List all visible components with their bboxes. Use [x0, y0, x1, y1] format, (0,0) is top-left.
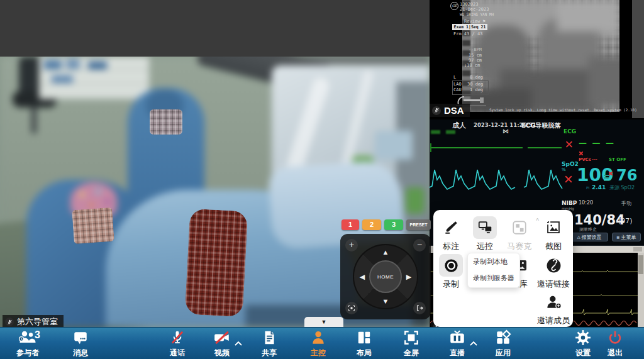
ecg-param-label: ECG	[564, 128, 576, 135]
screenshot-menu-item[interactable]: 截图	[536, 216, 570, 252]
dsa-angle-lao-label: LAO	[453, 82, 462, 87]
record-to-server-option[interactable]: 录制到服务器	[468, 270, 519, 286]
toolbar-fullscreen[interactable]: 全屏	[389, 329, 433, 358]
dsa-feed-tile[interactable]: GE 1302023 21-Dec-2023 WU SHING YAN MH R…	[430, 0, 644, 121]
dsa-feed-label: DSA	[430, 104, 470, 117]
toolbar-live-stream[interactable]: 直播	[435, 329, 479, 358]
supply-box	[44, 60, 62, 69]
pan-right-button[interactable]: ▶	[404, 272, 414, 281]
supply-box	[88, 62, 107, 69]
toolbar-layout[interactable]: 布局	[342, 329, 386, 358]
fullscreen-label: 全屏	[389, 348, 433, 358]
ptz-control-panel: 1 2 3 PRESET + − ▲ ▼ ◀ ▶ HOME	[340, 217, 432, 321]
dsa-label-text: DSA	[444, 105, 464, 116]
toolbar-apps[interactable]: 应用	[481, 329, 525, 358]
hr-alarm-off-x	[565, 140, 573, 148]
supply-cabinet	[39, 57, 149, 99]
blood-stain-mosaic	[185, 209, 248, 318]
camera-preset-3-button[interactable]: 3	[384, 219, 403, 230]
mosaic-menu-item-disabled[interactable]: 马赛克 ^	[502, 216, 536, 252]
record-submenu: 录制到本地 录制到服务器	[467, 253, 520, 288]
room-label: 第六导管室	[3, 315, 64, 327]
pan-left-button[interactable]: ◀	[357, 272, 367, 281]
window-button	[633, 247, 642, 251]
flag-icon: ⚑	[483, 19, 486, 24]
toolbar-exit[interactable]: 退出	[593, 329, 637, 358]
face-mosaic	[72, 207, 114, 244]
supply-box	[66, 59, 80, 69]
zoom-in-button[interactable]: +	[345, 239, 358, 251]
pvcs-alarm-off-x	[579, 151, 584, 156]
tools-popup-menu: 标注 远控 马赛克 ^ 截图	[433, 210, 573, 327]
record-to-local-option[interactable]: 录制到本地	[468, 253, 519, 270]
dsa-frame-counter: Frm 43 / 43	[453, 31, 482, 36]
pr-alarm-off-x	[608, 171, 613, 176]
apps-icon	[495, 329, 511, 346]
invite-link-menu-item[interactable]: 邀请链接	[536, 254, 570, 290]
toolbar-call-muted[interactable]: 通话	[155, 329, 199, 358]
annotate-menu-item[interactable]: 标注	[434, 216, 468, 252]
pan-down-button[interactable]: ▼	[380, 297, 391, 306]
chevron-up-icon[interactable]	[234, 341, 243, 346]
live-label: 直播	[435, 348, 479, 358]
layout-label: 布局	[342, 348, 386, 358]
dsa-date: 21-Dec-2023	[460, 7, 489, 12]
live-tv-icon	[448, 329, 466, 346]
dsa-id: 1302023	[460, 2, 479, 7]
camera-preset-save-button[interactable]: PRESET	[406, 219, 431, 230]
conference-app: 第六导管室 GE 1302023 21-Dec-2023	[0, 0, 644, 359]
iv-bag	[406, 187, 425, 214]
nibp-label: NIBP	[562, 200, 577, 206]
chevron-up-icon[interactable]	[469, 341, 478, 346]
video-label: 视频	[200, 348, 244, 358]
camera-preset-1-button[interactable]: 1	[341, 219, 359, 230]
fullscreen-icon	[403, 329, 419, 346]
spo2-source: 来源 SpO2	[609, 184, 635, 191]
camera-preset-2-button[interactable]: 2	[362, 219, 381, 230]
supply-box	[52, 75, 73, 83]
camera-home-button[interactable]: HOME	[369, 260, 402, 293]
zoom-out-button[interactable]: −	[413, 239, 426, 251]
toolbar-share[interactable]: 共享	[247, 329, 291, 358]
menu-icon: ■	[616, 235, 619, 240]
nibp-status: 测量终止	[579, 226, 597, 233]
message-label: 消息	[58, 348, 103, 358]
face-mosaic	[150, 109, 182, 135]
ptz-dpad: ▲ ▼ ◀ ▶ HOME	[353, 244, 418, 309]
record-menu-item[interactable]: 录制	[434, 254, 468, 290]
machine-screen	[375, 131, 413, 160]
toolbar-video-muted[interactable]: 视频	[200, 329, 244, 358]
record-label: 录制	[434, 279, 468, 290]
dsa-angle-l-label: L	[453, 75, 456, 80]
remote-control-menu-item[interactable]: 远控	[468, 216, 502, 252]
toolbar-collapse-handle[interactable]: ▼	[304, 317, 343, 327]
pvcs-label: PVCs	[579, 157, 591, 162]
pi-label: PI	[586, 185, 589, 190]
spo2-unit: %	[562, 167, 566, 172]
dsa-review-label: Review ⚑	[464, 19, 486, 24]
stool-post	[31, 107, 36, 133]
remote-control-label: 远控	[468, 241, 502, 252]
participants-label: 参与者	[6, 348, 50, 358]
pvcs-value: ---	[592, 157, 597, 162]
toolbar-master-control[interactable]: 主控	[296, 329, 340, 358]
dsa-angle-lao-value: 30 deg	[467, 82, 483, 87]
ptz-pad: + − ▲ ▼ ◀ ▶ HOME	[340, 234, 431, 319]
mic-muted-icon	[169, 329, 186, 346]
scrollbar-thumb	[638, 255, 643, 274]
toolbar-message[interactable]: 消息	[58, 329, 103, 358]
exit-power-icon	[607, 329, 623, 346]
focus-button[interactable]	[345, 302, 358, 314]
exit-control-button[interactable]	[413, 302, 426, 314]
nibp-value: 140/84	[574, 213, 625, 228]
dsa-patient-name: WU SHING YAN MH	[460, 12, 494, 17]
invite-member-menu-item[interactable]: 邀请成员	[536, 290, 570, 326]
monitor-main-menu-button: ■ 主菜单	[612, 233, 641, 241]
nibp-mode: 手动	[621, 200, 631, 207]
toolbar-participants[interactable]: 3 参与者	[6, 329, 50, 358]
nibp-map-value: (97)	[618, 217, 633, 225]
apps-label: 应用	[481, 348, 525, 358]
hr-value-dashes: — — —	[579, 138, 615, 148]
pan-up-button[interactable]: ▲	[380, 248, 391, 257]
invite-link-label: 邀请链接	[536, 279, 570, 290]
